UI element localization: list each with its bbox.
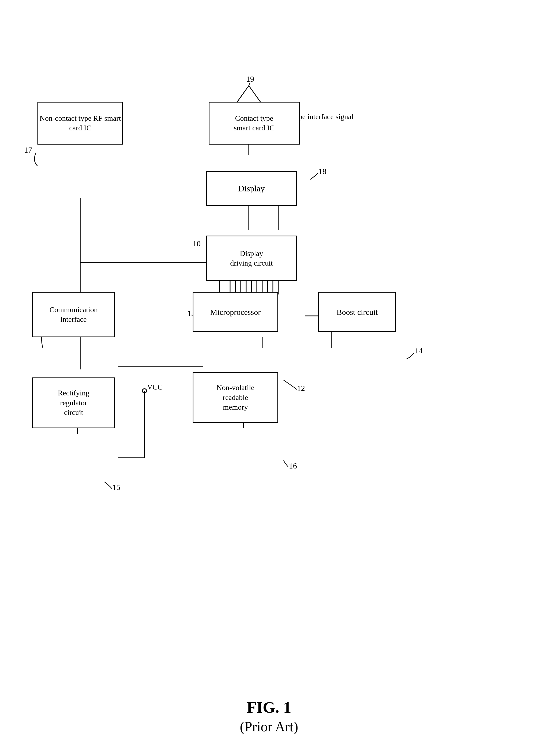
non-volatile-memory-box: Non-volatilereadablememory	[192, 372, 278, 423]
svg-text:16: 16	[289, 461, 297, 470]
figure-title-sub: (Prior Art)	[240, 719, 298, 734]
microprocessor-box: Microprocessor	[192, 292, 278, 332]
contact-type-ic-label: Contact typesmart card IC	[234, 113, 275, 133]
non-contact-rf-ic-label: Non-contact type RF smart card IC	[38, 113, 122, 133]
display-label: Display	[238, 183, 265, 194]
display-box: Display	[206, 171, 297, 206]
rectifying-regulator-label: Rectifyingregulatorcircuit	[58, 388, 89, 417]
communication-interface-label: Communicationinterface	[49, 305, 98, 324]
boost-circuit-label: Boost circuit	[337, 307, 378, 317]
display-driving-circuit-label: Displaydriving circuit	[230, 249, 273, 268]
svg-text:18: 18	[318, 167, 326, 176]
svg-text:12: 12	[297, 383, 305, 392]
svg-text:14: 14	[415, 346, 423, 355]
display-driving-circuit-box: Displaydriving circuit	[206, 236, 297, 281]
communication-interface-box: Communicationinterface	[32, 292, 115, 337]
svg-text:15: 15	[112, 483, 120, 492]
svg-text:17: 17	[24, 145, 32, 154]
contact-type-ic-box: Contact typesmart card IC	[209, 102, 299, 145]
figure-title-main: FIG. 1	[240, 698, 298, 717]
svg-text:10: 10	[192, 239, 201, 248]
boost-circuit-box: Boost circuit	[318, 292, 396, 332]
non-contact-rf-ic-box: Non-contact type RF smart card IC	[37, 102, 123, 145]
microprocessor-label: Microprocessor	[210, 307, 261, 317]
figure-title: FIG. 1 (Prior Art)	[240, 698, 298, 734]
non-volatile-memory-label: Non-volatilereadablememory	[216, 383, 254, 412]
svg-text:VCC: VCC	[147, 383, 163, 391]
rectifying-regulator-box: Rectifyingregulatorcircuit	[32, 378, 115, 428]
svg-text:19: 19	[246, 75, 254, 83]
